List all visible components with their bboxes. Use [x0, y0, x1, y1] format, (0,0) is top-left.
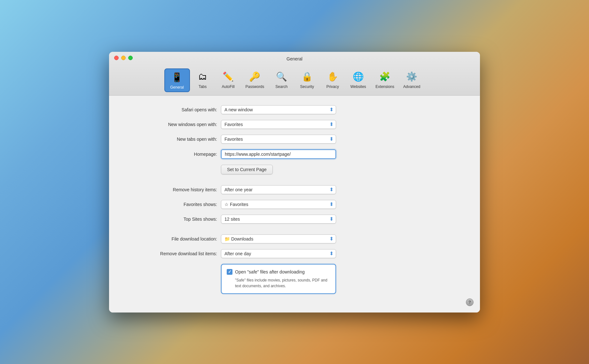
safe-files-description: "Safe" files include movies, pictures, s…: [235, 277, 330, 289]
remove-history-row: Remove history items: After one day Afte…: [122, 185, 467, 194]
favorites-shows-row: Favorites shows: ☆ Favorites Bookmarks B…: [122, 200, 467, 209]
remove-download-control: After one day After one week After one m…: [221, 249, 336, 258]
file-download-control: 📁 Downloads Desktop Ask for each downloa…: [221, 234, 336, 243]
tab-extensions-label: Extensions: [375, 84, 394, 89]
top-sites-select-wrapper: 6 sites 12 sites 24 sites ⬍: [221, 215, 336, 224]
file-download-select-wrapper: 📁 Downloads Desktop Ask for each downloa…: [221, 234, 336, 243]
safe-files-control: Open "safe" files after downloading "Saf…: [221, 264, 336, 294]
favorites-shows-select[interactable]: ☆ Favorites Bookmarks Bar Bookmarks Menu: [221, 200, 336, 209]
favorites-shows-select-wrapper: ☆ Favorites Bookmarks Bar Bookmarks Menu…: [221, 200, 336, 209]
remove-history-select-wrapper: After one day After one week After two w…: [221, 185, 336, 194]
favorites-shows-label: Favorites shows:: [122, 202, 221, 207]
set-current-page-button[interactable]: Set to Current Page: [221, 165, 273, 174]
advanced-icon: ⚙️: [405, 70, 418, 83]
window-title: General: [114, 56, 475, 61]
file-download-select[interactable]: 📁 Downloads Desktop Ask for each downloa…: [221, 234, 336, 243]
top-sites-select[interactable]: 6 sites 12 sites 24 sites: [221, 215, 336, 224]
help-button[interactable]: ?: [466, 298, 474, 306]
safe-files-header: Open "safe" files after downloading: [227, 269, 330, 275]
homepage-input[interactable]: [221, 149, 336, 159]
top-sites-label: Top Sites shows:: [122, 217, 221, 222]
top-sites-row: Top Sites shows: 6 sites 12 sites 24 sit…: [122, 215, 467, 224]
tab-security[interactable]: 🔒 Security: [294, 68, 320, 92]
tab-extensions[interactable]: 🧩 Extensions: [371, 68, 399, 92]
privacy-icon: ✋: [326, 70, 339, 83]
tab-websites-label: Websites: [350, 84, 366, 89]
remove-download-row: Remove download list items: After one da…: [122, 249, 467, 258]
new-windows-label: New windows open with:: [122, 122, 221, 127]
tab-passwords[interactable]: 🔑 Passwords: [241, 68, 269, 92]
remove-download-label: Remove download list items:: [122, 251, 221, 256]
tab-websites[interactable]: 🌐 Websites: [345, 68, 371, 92]
safe-files-title: Open "safe" files after downloading: [235, 269, 305, 274]
file-download-label: File download location:: [122, 236, 221, 241]
tab-advanced-label: Advanced: [403, 84, 420, 89]
websites-icon: 🌐: [352, 70, 365, 83]
autofill-icon: ✏️: [222, 70, 235, 83]
safe-files-checkbox[interactable]: [227, 269, 232, 275]
new-windows-select[interactable]: Favorites Bookmarks Top Sites History Em…: [221, 120, 336, 129]
safari-opens-select-wrapper: A new window A new private window All wi…: [221, 105, 336, 114]
tab-security-label: Security: [300, 84, 314, 89]
tab-tabs-label: Tabs: [199, 84, 207, 89]
new-tabs-label: New tabs open with:: [122, 137, 221, 142]
titlebar: General 📱 General 🗂 Tabs ✏️ AutoFill 🔑 P: [109, 52, 480, 96]
tab-general[interactable]: 📱 General: [164, 68, 190, 92]
safari-opens-select[interactable]: A new window A new private window All wi…: [221, 105, 336, 114]
remove-history-control: After one day After one week After two w…: [221, 185, 336, 194]
tabs-icon: 🗂: [196, 70, 209, 83]
top-sites-control: 6 sites 12 sites 24 sites ⬍: [221, 215, 336, 224]
remove-download-select[interactable]: After one day After one week After one m…: [221, 249, 336, 258]
homepage-control: [221, 149, 336, 159]
tab-autofill[interactable]: ✏️ AutoFill: [216, 68, 241, 92]
new-tabs-select[interactable]: Favorites Bookmarks Top Sites History Em…: [221, 135, 336, 144]
safari-opens-control: A new window A new private window All wi…: [221, 105, 336, 114]
remove-history-label: Remove history items:: [122, 187, 221, 192]
tab-privacy[interactable]: ✋ Privacy: [320, 68, 345, 92]
tab-advanced[interactable]: ⚙️ Advanced: [399, 68, 425, 92]
homepage-label: Homepage:: [122, 152, 221, 157]
general-icon: 📱: [171, 71, 184, 84]
homepage-row: Homepage:: [122, 149, 467, 159]
preferences-window: General 📱 General 🗂 Tabs ✏️ AutoFill 🔑 P: [109, 52, 480, 313]
extensions-icon: 🧩: [379, 70, 391, 83]
tab-autofill-label: AutoFill: [222, 84, 235, 89]
tab-general-label: General: [170, 85, 184, 90]
tab-passwords-label: Passwords: [246, 84, 264, 89]
tab-tabs[interactable]: 🗂 Tabs: [190, 68, 216, 92]
tab-search-label: Search: [275, 84, 287, 89]
tab-privacy-label: Privacy: [326, 84, 339, 89]
new-windows-select-wrapper: Favorites Bookmarks Top Sites History Em…: [221, 120, 336, 129]
remove-history-select[interactable]: After one day After one week After two w…: [221, 185, 336, 194]
set-current-control: Set to Current Page: [221, 165, 336, 174]
passwords-icon: 🔑: [248, 70, 261, 83]
favorites-shows-control: ☆ Favorites Bookmarks Bar Bookmarks Menu…: [221, 200, 336, 209]
new-tabs-row: New tabs open with: Favorites Bookmarks …: [122, 135, 467, 144]
safari-opens-row: Safari opens with: A new window A new pr…: [122, 105, 467, 114]
set-current-row: Set to Current Page: [122, 165, 467, 174]
toolbar: 📱 General 🗂 Tabs ✏️ AutoFill 🔑 Passwords…: [114, 68, 475, 95]
safari-opens-label: Safari opens with:: [122, 107, 221, 112]
new-windows-row: New windows open with: Favorites Bookmar…: [122, 120, 467, 129]
safe-files-row: Open "safe" files after downloading "Saf…: [122, 264, 467, 294]
remove-download-select-wrapper: After one day After one week After one m…: [221, 249, 336, 258]
content-area: Safari opens with: A new window A new pr…: [109, 96, 480, 313]
security-icon: 🔒: [301, 70, 313, 83]
new-tabs-select-wrapper: Favorites Bookmarks Top Sites History Em…: [221, 135, 336, 144]
new-windows-control: Favorites Bookmarks Top Sites History Em…: [221, 120, 336, 129]
tab-search[interactable]: 🔍 Search: [269, 68, 294, 92]
file-download-row: File download location: 📁 Downloads Desk…: [122, 234, 467, 243]
safe-files-box: Open "safe" files after downloading "Saf…: [221, 264, 336, 294]
new-tabs-control: Favorites Bookmarks Top Sites History Em…: [221, 135, 336, 144]
search-icon: 🔍: [275, 70, 288, 83]
